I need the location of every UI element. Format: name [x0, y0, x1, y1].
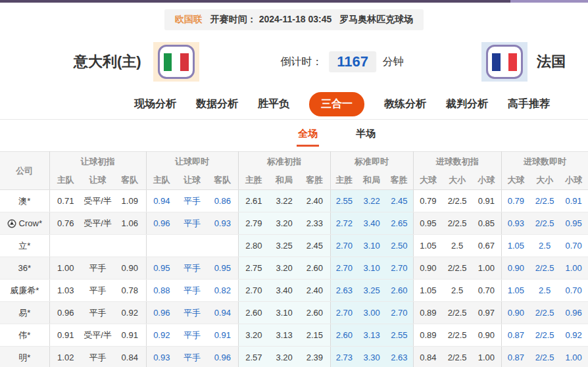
odds-cell[interactable]: 2.63: [330, 280, 358, 302]
match-banner: 欧国联 开赛时间： 2024-11-18 03:45 罗马奥林匹克球场: [0, 3, 588, 34]
company-cell[interactable]: 伟*: [0, 324, 49, 347]
odds-cell[interactable]: 2/2.5: [530, 324, 559, 347]
company-cell[interactable]: Crow*: [0, 212, 49, 235]
odds-cell[interactable]: 3.30: [358, 347, 385, 367]
nav-tab-active[interactable]: 三合一: [309, 92, 364, 116]
odds-cell[interactable]: 平手: [177, 212, 207, 235]
odds-cell[interactable]: 0.95: [146, 257, 177, 280]
odds-cell[interactable]: 0.96: [207, 347, 238, 367]
odds-cell[interactable]: 0.82: [207, 280, 238, 302]
odds-cell[interactable]: 0.87: [501, 347, 530, 367]
odds-cell[interactable]: 平手: [177, 302, 207, 324]
odds-cell[interactable]: 2.70: [330, 235, 358, 257]
odds-cell[interactable]: 0.92: [559, 324, 588, 347]
odds-cell[interactable]: 1.00: [559, 347, 588, 367]
odds-cell[interactable]: 0.70: [559, 280, 588, 302]
odds-cell[interactable]: 0.91: [559, 190, 588, 212]
odds-cell[interactable]: 0.94: [146, 190, 177, 212]
odds-cell[interactable]: 2.70: [385, 257, 413, 280]
nav-tab[interactable]: 现场分析: [134, 97, 176, 111]
league-badge[interactable]: 欧国联: [175, 14, 203, 26]
odds-cell[interactable]: 2/2.5: [530, 190, 559, 212]
odds-cell[interactable]: 2/2.5: [530, 212, 559, 235]
odds-cell[interactable]: 平手: [177, 347, 207, 367]
odds-cell[interactable]: 3.22: [358, 190, 385, 212]
odds-cell[interactable]: 0.90: [501, 257, 530, 280]
odds-cell[interactable]: 1.00: [559, 257, 588, 280]
odds-cell[interactable]: 0.93: [207, 212, 238, 235]
odds-cell[interactable]: [146, 235, 177, 257]
odds-cell[interactable]: [207, 235, 238, 257]
odds-cell: 2.5: [443, 280, 472, 302]
odds-cell[interactable]: 2.50: [385, 235, 413, 257]
odds-cell[interactable]: 平手: [177, 280, 207, 302]
odds-cell[interactable]: 2/2.5: [530, 257, 559, 280]
odds-cell[interactable]: 3.13: [358, 324, 385, 347]
odds-cell[interactable]: 0.96: [559, 302, 588, 324]
odds-cell[interactable]: 2/2.5: [530, 302, 559, 324]
odds-cell[interactable]: 平手: [177, 324, 207, 347]
odds-cell[interactable]: 3.10: [358, 257, 385, 280]
odds-cell[interactable]: 0.96: [146, 302, 177, 324]
odds-cell[interactable]: 3.00: [358, 302, 385, 324]
odds-cell[interactable]: 0.90: [501, 302, 530, 324]
odds-cell[interactable]: 3.25: [358, 280, 385, 302]
home-flag-box: [153, 42, 199, 82]
odds-cell[interactable]: 0.87: [501, 324, 530, 347]
sub-column-header: 主胜: [330, 172, 358, 190]
odds-cell[interactable]: 2.55: [330, 190, 358, 212]
odds-cell[interactable]: 0.88: [146, 280, 177, 302]
company-cell[interactable]: 36*: [0, 257, 49, 280]
odds-cell[interactable]: 2.45: [385, 190, 413, 212]
nav-tab[interactable]: 教练分析: [384, 97, 426, 111]
odds-cell[interactable]: 0.95: [207, 257, 238, 280]
odds-cell[interactable]: 2.55: [385, 324, 413, 347]
odds-cell[interactable]: 0.94: [207, 302, 238, 324]
odds-cell[interactable]: 1.05: [501, 280, 530, 302]
group-header: 进球数初指: [413, 152, 501, 172]
odds-cell[interactable]: 平手: [177, 257, 207, 280]
away-team: 法国: [481, 42, 566, 82]
sub-tab-active[interactable]: 全场: [297, 125, 319, 147]
odds-cell[interactable]: 0.96: [146, 212, 177, 235]
odds-cell[interactable]: 0.95: [559, 212, 588, 235]
company-cell[interactable]: 澳*: [0, 190, 49, 212]
odds-cell[interactable]: 1.05: [501, 235, 530, 257]
odds-cell[interactable]: [177, 235, 207, 257]
odds-cell[interactable]: 0.91: [207, 324, 238, 347]
odds-cell[interactable]: 2.73: [330, 347, 358, 367]
nav-tab[interactable]: 数据分析: [196, 97, 238, 111]
nav-tab[interactable]: 高手推荐: [508, 97, 550, 111]
odds-cell[interactable]: 2.5: [530, 280, 559, 302]
odds-cell[interactable]: 0.86: [207, 190, 238, 212]
company-cell[interactable]: 威廉希*: [0, 280, 49, 302]
odds-cell[interactable]: 0.93: [146, 347, 177, 367]
odds-cell[interactable]: 2.70: [330, 257, 358, 280]
odds-cell: 2.40: [299, 280, 330, 302]
odds-cell[interactable]: 2.60: [330, 324, 358, 347]
odds-cell[interactable]: 3.40: [358, 212, 385, 235]
odds-cell[interactable]: 2.60: [385, 280, 413, 302]
odds-cell[interactable]: 2.63: [385, 347, 413, 367]
odds-cell[interactable]: 0.93: [501, 212, 530, 235]
odds-cell[interactable]: 2.70: [385, 302, 413, 324]
odds-cell[interactable]: 0.70: [559, 235, 588, 257]
home-team: 意大利(主): [74, 42, 199, 82]
company-cell[interactable]: 明*: [0, 347, 49, 367]
odds-cell[interactable]: 2.72: [330, 212, 358, 235]
nav-tab[interactable]: 裁判分析: [446, 97, 488, 111]
company-cell[interactable]: 易*: [0, 302, 49, 324]
company-cell[interactable]: 立*: [0, 235, 49, 257]
odds-cell[interactable]: 2.65: [385, 212, 413, 235]
sub-tab[interactable]: 半场: [355, 125, 377, 147]
odds-cell[interactable]: 平手: [177, 190, 207, 212]
odds-cell[interactable]: 0.79: [501, 190, 530, 212]
odds-cell[interactable]: 3.10: [358, 235, 385, 257]
odds-cell[interactable]: 2.5: [530, 235, 559, 257]
nav-tab[interactable]: 胜平负: [258, 97, 289, 111]
odds-cell[interactable]: 2.70: [330, 302, 358, 324]
away-team-name: 法国: [537, 52, 566, 72]
odds-cell[interactable]: 2/2.5: [530, 347, 559, 367]
sub-column-header: 大球: [413, 172, 443, 190]
odds-cell[interactable]: 0.92: [146, 324, 177, 347]
